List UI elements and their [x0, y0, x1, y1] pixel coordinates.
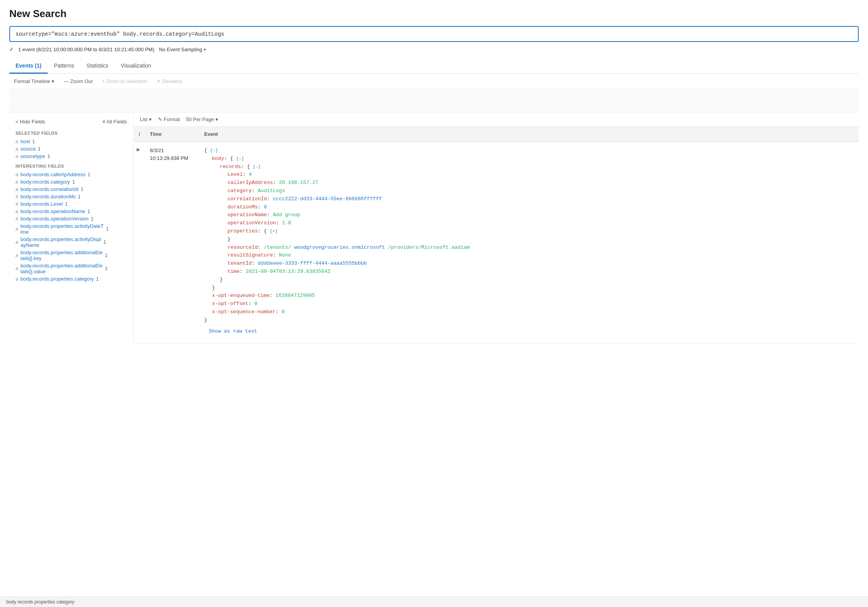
main-area: < Hide Fields ≡ All Fields SELECTED FIEL…	[9, 113, 859, 343]
field-additionalkey: a body.records.properties.additionalDeta…	[16, 250, 127, 261]
field-name-callerip[interactable]: body.records.callerIpAddress	[21, 172, 85, 177]
field-activitydisplayname: a body.records.properties.activityDispla…	[16, 236, 127, 248]
col-header-time: Time	[145, 130, 200, 139]
field-name-operationversion[interactable]: body.records.operationVersion	[21, 216, 89, 222]
field-name-operationname[interactable]: body.records.operationName	[21, 208, 85, 214]
field-name-propscategory[interactable]: body.records.properties.category	[21, 276, 94, 282]
page-title: New Search	[9, 8, 859, 20]
field-level: # body.records.Level 1	[16, 201, 127, 207]
col-header-event: Event	[200, 130, 859, 139]
content-toolbar: List ▾ ✎ Format 50 Per Page ▾	[134, 113, 859, 127]
search-bar-container	[9, 26, 859, 42]
sidebar-header: < Hide Fields ≡ All Fields	[16, 119, 127, 125]
interesting-fields-title: INTERESTING FIELDS	[16, 164, 127, 168]
field-name-additionalvalue[interactable]: body.records.properties.additionalDetail…	[21, 263, 103, 274]
interesting-fields-list: a body.records.callerIpAddress 1 a body.…	[16, 172, 127, 282]
table-row: ▶ 8/3/21 10:13:29.838 PM { [-] body: { […	[134, 142, 859, 343]
list-button[interactable]: List ▾	[140, 116, 152, 122]
sampling-dropdown-arrow: ▾	[204, 47, 206, 52]
deselect-button[interactable]: ✕ Deselect	[152, 77, 186, 86]
tab-events[interactable]: Events (1)	[9, 59, 48, 74]
field-additionalvalue: a body.records.properties.additionalDeta…	[16, 263, 127, 274]
hide-fields-button[interactable]: < Hide Fields	[16, 119, 45, 125]
field-name-activitydatetime[interactable]: body.records.properties.activityDateTime	[21, 223, 104, 235]
field-correlationid: a body.records.correlationId 1	[16, 186, 127, 192]
field-name-source[interactable]: source	[21, 146, 36, 152]
field-name-activitydisplayname[interactable]: body.records.properties.activityDisplayN…	[21, 236, 101, 248]
field-activitydatetime: a body.records.properties.activityDateTi…	[16, 223, 127, 235]
field-host: a host 1	[16, 139, 127, 144]
selected-fields-title: SELECTED FIELDS	[16, 131, 127, 135]
field-sourcetype: a sourcetype 1	[16, 153, 127, 159]
tabs-container: Events (1) Patterns Statistics Visualiza…	[9, 59, 859, 74]
field-source: a source 1	[16, 146, 127, 152]
col-header-info: i	[134, 130, 145, 139]
result-check: ✓	[9, 47, 14, 52]
tab-statistics[interactable]: Statistics	[80, 59, 115, 74]
per-page-dropdown-arrow: ▾	[215, 116, 218, 122]
field-propscategory: a body.records.properties.category 1	[16, 276, 127, 282]
field-operationversion: # body.records.operationVersion 1	[16, 216, 127, 222]
all-fields-button[interactable]: ≡ All Fields	[102, 119, 127, 125]
field-category: a body.records.category 1	[16, 179, 127, 185]
content-area: List ▾ ✎ Format 50 Per Page ▾ i Time Eve…	[134, 113, 859, 343]
show-raw-text-link[interactable]: Show as raw text	[204, 324, 854, 339]
field-name-additionalkey[interactable]: body.records.properties.additionalDetail…	[21, 250, 103, 261]
row-time: 8/3/21 10:13:29.838 PM	[145, 144, 200, 165]
sidebar: < Hide Fields ≡ All Fields SELECTED FIEL…	[9, 113, 134, 343]
row-expand-toggle[interactable]: ▶	[134, 144, 145, 155]
field-durationms: # body.records.durationMs 1	[16, 194, 127, 199]
zoom-to-selection-button[interactable]: + Zoom to Selection	[97, 77, 152, 86]
field-name-correlationid[interactable]: body.records.correlationId	[21, 186, 78, 192]
no-event-sampling[interactable]: No Event Sampling ▾	[159, 47, 206, 52]
field-name-category[interactable]: body.records.category	[21, 179, 70, 185]
zoom-out-button[interactable]: — Zoom Out	[59, 77, 97, 86]
row-event-content: { [-] body: { [-] records: { [-] Level: …	[200, 144, 859, 342]
format-button[interactable]: ✎ Format	[158, 116, 180, 122]
selected-fields-list: a host 1 a source 1 a sourcetype 1	[16, 139, 127, 159]
format-timeline-arrow: ▾	[52, 78, 54, 84]
field-name-sourcetype[interactable]: sourcetype	[21, 153, 45, 159]
timeline-area	[9, 89, 859, 113]
tab-visualization[interactable]: Visualization	[115, 59, 157, 74]
per-page-button[interactable]: 50 Per Page ▾	[186, 116, 218, 122]
result-text: 1 event (8/2/21 10:00:00.000 PM to 8/3/2…	[18, 47, 155, 52]
search-input[interactable]	[16, 31, 852, 37]
list-dropdown-arrow: ▾	[149, 116, 152, 122]
format-timeline-button[interactable]: Format Timeline ▾	[9, 77, 59, 86]
field-callerip: a body.records.callerIpAddress 1	[16, 172, 127, 177]
field-operationname: a body.records.operationName 1	[16, 208, 127, 214]
field-name-host[interactable]: host	[21, 139, 30, 144]
timeline-toolbar: Format Timeline ▾ — Zoom Out + Zoom to S…	[9, 74, 859, 89]
table-header: i Time Event	[134, 127, 859, 142]
field-name-level[interactable]: body.records.Level	[21, 201, 63, 207]
tab-patterns[interactable]: Patterns	[48, 59, 80, 74]
result-summary: ✓ 1 event (8/2/21 10:00:00.000 PM to 8/3…	[9, 47, 859, 52]
field-name-durationms[interactable]: body.records.durationMs	[21, 194, 76, 199]
